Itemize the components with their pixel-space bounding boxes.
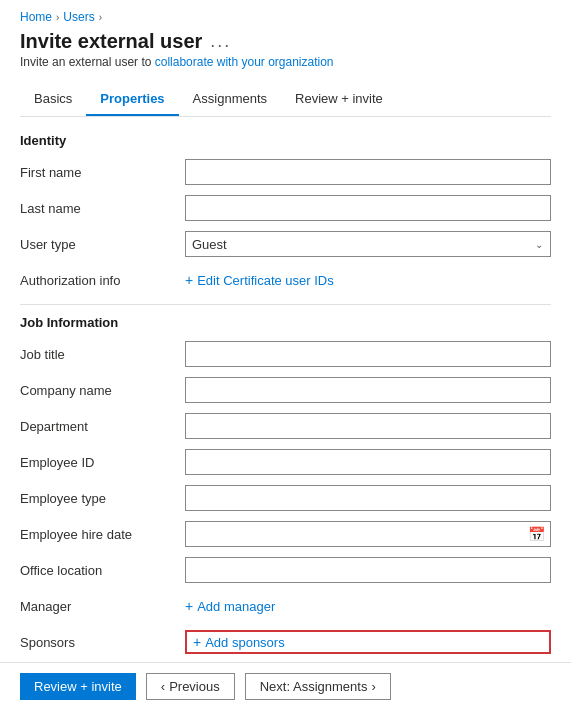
- first-name-label: First name: [20, 165, 185, 180]
- employee-id-row: Employee ID: [20, 448, 551, 476]
- more-options-icon[interactable]: ...: [210, 31, 231, 52]
- manager-label: Manager: [20, 599, 185, 614]
- sponsors-highlight-box: + Add sponsors: [185, 630, 551, 654]
- previous-chevron-icon: ‹: [161, 679, 165, 694]
- subtitle-link[interactable]: collaborate with your organization: [155, 55, 334, 69]
- previous-button[interactable]: ‹ Previous: [146, 673, 235, 700]
- identity-section-label: Identity: [20, 133, 551, 148]
- sponsors-label: Sponsors: [20, 635, 185, 650]
- add-sponsors-label: Add sponsors: [205, 635, 285, 650]
- form-content: Identity First name Last name User type …: [20, 133, 551, 710]
- tab-properties[interactable]: Properties: [86, 83, 178, 116]
- first-name-input[interactable]: [185, 159, 551, 185]
- user-type-select[interactable]: Guest Member: [185, 231, 551, 257]
- employee-type-row: Employee type: [20, 484, 551, 512]
- add-manager-label: Add manager: [197, 599, 275, 614]
- review-invite-button[interactable]: Review + invite: [20, 673, 136, 700]
- tab-basics[interactable]: Basics: [20, 83, 86, 116]
- authorization-info-label: Authorization info: [20, 273, 185, 288]
- last-name-row: Last name: [20, 194, 551, 222]
- employee-type-label: Employee type: [20, 491, 185, 506]
- user-type-select-wrapper: Guest Member ⌄: [185, 231, 551, 257]
- job-title-row: Job title: [20, 340, 551, 368]
- office-location-input[interactable]: [185, 557, 551, 583]
- breadcrumb-users[interactable]: Users: [63, 10, 94, 24]
- employee-id-input[interactable]: [185, 449, 551, 475]
- add-sponsors-link[interactable]: + Add sponsors: [193, 634, 285, 650]
- breadcrumb-chevron1: ›: [56, 12, 59, 23]
- tab-assignments[interactable]: Assignments: [179, 83, 281, 116]
- job-title-input[interactable]: [185, 341, 551, 367]
- office-location-label: Office location: [20, 563, 185, 578]
- breadcrumb: Home › Users ›: [20, 10, 551, 24]
- section-divider-1: [20, 304, 551, 305]
- last-name-input[interactable]: [185, 195, 551, 221]
- company-name-input[interactable]: [185, 377, 551, 403]
- breadcrumb-chevron2: ›: [99, 12, 102, 23]
- first-name-row: First name: [20, 158, 551, 186]
- company-name-label: Company name: [20, 383, 185, 398]
- last-name-label: Last name: [20, 201, 185, 216]
- user-type-row: User type Guest Member ⌄: [20, 230, 551, 258]
- department-row: Department: [20, 412, 551, 440]
- next-button[interactable]: Next: Assignments ›: [245, 673, 391, 700]
- employee-hire-date-input[interactable]: [185, 521, 551, 547]
- tab-review[interactable]: Review + invite: [281, 83, 397, 116]
- page-title: Invite external user: [20, 30, 202, 53]
- company-name-row: Company name: [20, 376, 551, 404]
- job-title-label: Job title: [20, 347, 185, 362]
- next-chevron-icon: ›: [371, 679, 375, 694]
- breadcrumb-home[interactable]: Home: [20, 10, 52, 24]
- employee-hire-date-row: Employee hire date 📅: [20, 520, 551, 548]
- employee-id-label: Employee ID: [20, 455, 185, 470]
- next-label: Next: Assignments: [260, 679, 368, 694]
- job-section-label: Job Information: [20, 315, 551, 330]
- edit-certificate-link[interactable]: + Edit Certificate user IDs: [185, 272, 334, 288]
- user-type-label: User type: [20, 237, 185, 252]
- add-manager-link[interactable]: + Add manager: [185, 598, 275, 614]
- footer-bar: Review + invite ‹ Previous Next: Assignm…: [0, 662, 571, 710]
- sponsors-row: Sponsors + Add sponsors: [20, 628, 551, 656]
- department-label: Department: [20, 419, 185, 434]
- authorization-info-row: Authorization info + Edit Certificate us…: [20, 266, 551, 294]
- add-manager-plus-icon: +: [185, 598, 193, 614]
- employee-hire-date-label: Employee hire date: [20, 527, 185, 542]
- add-sponsors-plus-icon: +: [193, 634, 201, 650]
- previous-label: Previous: [169, 679, 220, 694]
- manager-row: Manager + Add manager: [20, 592, 551, 620]
- office-location-row: Office location: [20, 556, 551, 584]
- edit-certificate-label: Edit Certificate user IDs: [197, 273, 334, 288]
- employee-hire-date-wrapper: 📅: [185, 521, 551, 547]
- employee-type-input[interactable]: [185, 485, 551, 511]
- department-input[interactable]: [185, 413, 551, 439]
- tab-bar: Basics Properties Assignments Review + i…: [20, 83, 551, 117]
- page-subtitle: Invite an external user to collaborate w…: [20, 55, 551, 69]
- edit-cert-plus-icon: +: [185, 272, 193, 288]
